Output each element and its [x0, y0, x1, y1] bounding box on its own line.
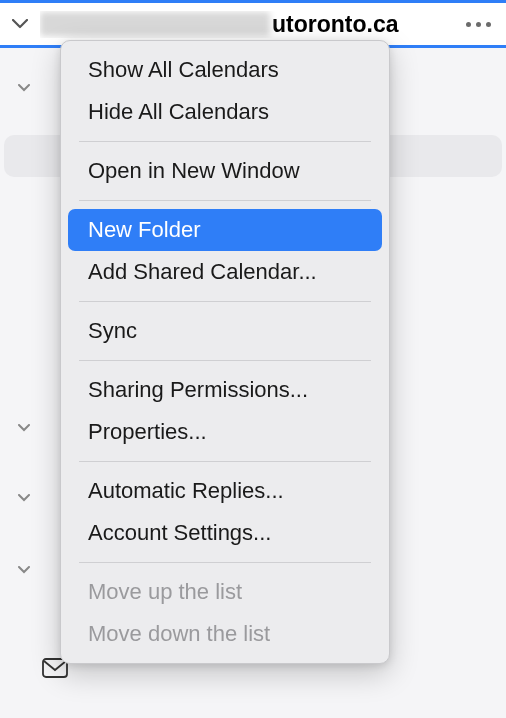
- menu-separator: [79, 141, 371, 142]
- menu-move-down: Move down the list: [68, 613, 382, 655]
- menu-separator: [79, 360, 371, 361]
- menu-separator: [79, 301, 371, 302]
- menu-sync[interactable]: Sync: [68, 310, 382, 352]
- account-context-menu: Show All Calendars Hide All Calendars Op…: [60, 40, 390, 664]
- account-label: utoronto.ca: [40, 11, 454, 38]
- menu-sharing-permissions[interactable]: Sharing Permissions...: [68, 369, 382, 411]
- menu-account-settings[interactable]: Account Settings...: [68, 512, 382, 554]
- account-name-redacted: [40, 12, 270, 36]
- menu-hide-all-calendars[interactable]: Hide All Calendars: [68, 91, 382, 133]
- menu-open-new-window[interactable]: Open in New Window: [68, 150, 382, 192]
- menu-separator: [79, 200, 371, 201]
- sidebar-chevron-icon: [18, 420, 30, 438]
- menu-add-shared-calendar[interactable]: Add Shared Calendar...: [68, 251, 382, 293]
- sidebar-chevron-icon: [18, 80, 30, 98]
- more-options-icon[interactable]: [460, 12, 496, 36]
- menu-show-all-calendars[interactable]: Show All Calendars: [68, 49, 382, 91]
- menu-move-up: Move up the list: [68, 571, 382, 613]
- chevron-down-icon: [10, 14, 30, 34]
- menu-properties[interactable]: Properties...: [68, 411, 382, 453]
- menu-automatic-replies[interactable]: Automatic Replies...: [68, 470, 382, 512]
- account-domain: utoronto.ca: [272, 11, 399, 38]
- sidebar-chevron-icon: [18, 490, 30, 508]
- menu-separator: [79, 461, 371, 462]
- menu-new-folder[interactable]: New Folder: [68, 209, 382, 251]
- sidebar-chevron-icon: [18, 562, 30, 580]
- menu-separator: [79, 562, 371, 563]
